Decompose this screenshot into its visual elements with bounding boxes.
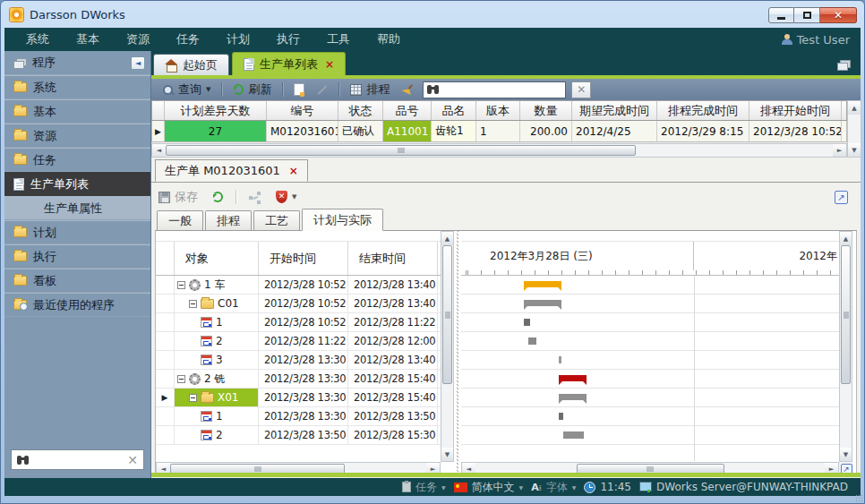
- query-button[interactable]: 查询 ▼: [158, 80, 214, 99]
- menu-item-1[interactable]: 系统: [26, 31, 49, 47]
- user-indicator[interactable]: Test User: [782, 28, 850, 51]
- scroll-down-button[interactable]: ▼: [840, 448, 852, 461]
- gantt-bar[interactable]: [524, 281, 561, 287]
- minimize-button[interactable]: [768, 7, 794, 23]
- grid-header-cell[interactable]: 排程完成时间: [657, 101, 749, 120]
- menu-item-8[interactable]: 帮助: [377, 31, 400, 47]
- tree-header-cell[interactable]: 开始时间: [259, 242, 348, 275]
- scroll-down-button[interactable]: ▼: [848, 143, 861, 157]
- gantt-bar[interactable]: [524, 300, 561, 306]
- grid-header-cell[interactable]: 状态: [338, 101, 383, 120]
- grid-header-cell[interactable]: 期望完成时间: [572, 101, 657, 120]
- tab-2[interactable]: 生产单列表×: [232, 52, 346, 75]
- status-language-menu[interactable]: 简体中文 ▼: [454, 480, 524, 495]
- sidebar-search-input[interactable]: [30, 454, 127, 466]
- close-button[interactable]: ✕: [820, 7, 857, 23]
- sidebar-item-3[interactable]: 资源: [4, 124, 150, 148]
- tree-row-4[interactable]: 22012/3/28 11:222012/3/28 12:00: [156, 332, 441, 351]
- close-icon[interactable]: ×: [289, 165, 298, 177]
- scroll-up-button[interactable]: ▲: [840, 232, 852, 245]
- menu-item-3[interactable]: 资源: [126, 31, 150, 47]
- sidebar-item-7[interactable]: 计划: [4, 220, 150, 244]
- tab-close-icon[interactable]: ×: [325, 58, 334, 71]
- menu-item-4[interactable]: 任务: [176, 31, 200, 47]
- sidebar-item-10[interactable]: 最近使用的程序: [4, 293, 150, 317]
- flow-button[interactable]: [245, 190, 265, 204]
- gantt-bar[interactable]: [559, 375, 587, 381]
- sidebar-item-4[interactable]: 任务: [4, 148, 150, 172]
- menu-item-5[interactable]: 计划: [227, 31, 250, 47]
- sidebar-item-6[interactable]: 生产单属性: [4, 196, 150, 220]
- sidebar-item-9[interactable]: 看板: [4, 269, 150, 293]
- scroll-thumb[interactable]: [841, 245, 851, 384]
- status-font-menu[interactable]: A 字体 ▼: [531, 480, 576, 495]
- cancel-confirm-button[interactable]: ✕ ▼: [272, 189, 300, 205]
- expander-icon[interactable]: [189, 300, 197, 308]
- tree-row-8[interactable]: 12012/3/28 13:302012/3/28 13:50: [156, 407, 441, 426]
- tree-row-2[interactable]: C012012/3/28 10:522012/3/28 13:40: [156, 295, 441, 313]
- clear-schedule-button[interactable]: [398, 82, 417, 98]
- grid-header-cell[interactable]: 品号: [383, 101, 432, 120]
- maximize-button[interactable]: [794, 7, 820, 23]
- sidebar-item-8[interactable]: 执行: [4, 244, 150, 269]
- tree-row-7[interactable]: ▶X012012/3/28 13:302012/3/28 15:40: [156, 389, 441, 407]
- scroll-thumb[interactable]: [166, 145, 636, 156]
- resize-grip[interactable]: [855, 494, 862, 501]
- sub-tab-3[interactable]: 工艺: [253, 210, 300, 230]
- save-button[interactable]: 保存: [155, 187, 201, 207]
- sub-tab-1[interactable]: 一般: [157, 210, 203, 230]
- expander-icon[interactable]: [177, 375, 185, 383]
- scroll-thumb[interactable]: [442, 245, 452, 384]
- grid-header-cell[interactable]: 排程开始时间: [749, 101, 842, 120]
- menu-item-6[interactable]: 执行: [277, 31, 300, 47]
- grid-header-cell[interactable]: 计划差异天数: [165, 101, 267, 120]
- tab-1[interactable]: 起始页: [153, 54, 229, 75]
- gantt-bar[interactable]: [559, 394, 587, 400]
- gantt-bar[interactable]: [559, 413, 563, 420]
- grid-header-cell[interactable]: 版本: [476, 101, 520, 120]
- sidebar-collapse-button[interactable]: ◄: [131, 56, 145, 70]
- grid-header-cell[interactable]: 品名: [432, 101, 476, 120]
- tree-header-cell[interactable]: 结束时间: [348, 242, 438, 275]
- refresh-document-button[interactable]: [209, 190, 227, 204]
- sidebar-item-1[interactable]: 系统: [4, 75, 150, 99]
- expander-icon[interactable]: [189, 394, 197, 402]
- tree-row-6[interactable]: 2 铣2012/3/28 13:302012/3/28 15:40: [156, 370, 441, 389]
- sub-tab-2[interactable]: 排程: [205, 210, 252, 230]
- scroll-up-button[interactable]: ▲: [848, 101, 861, 115]
- scroll-up-button[interactable]: ▲: [441, 232, 453, 245]
- gantt-bar[interactable]: [528, 337, 536, 345]
- toolbar-search-input[interactable]: [444, 83, 561, 96]
- gantt-bar[interactable]: [559, 356, 561, 363]
- window-list-button[interactable]: [837, 56, 850, 73]
- toolbar-search-clear-button[interactable]: ✕: [571, 81, 591, 98]
- scroll-right-button[interactable]: ►: [833, 144, 846, 157]
- pane-splitter[interactable]: [454, 231, 461, 476]
- sidebar-item-5[interactable]: 生产单列表: [4, 172, 150, 196]
- sidebar-item-2[interactable]: 基本: [4, 99, 150, 124]
- status-task-menu[interactable]: 任务 ▼: [402, 480, 446, 495]
- gantt-bar[interactable]: [524, 319, 530, 326]
- scroll-down-button[interactable]: ▼: [441, 448, 453, 461]
- tree-row-3[interactable]: 12012/3/28 10:522012/3/28 11:22: [156, 313, 441, 332]
- grid-header-cell[interactable]: [152, 101, 165, 120]
- tree-row-9[interactable]: 22012/3/28 13:502012/3/28 15:30: [156, 426, 441, 445]
- popout-button[interactable]: ↗: [835, 187, 848, 204]
- grid-header-cell[interactable]: 数量: [520, 101, 572, 120]
- new-button[interactable]: [290, 81, 308, 98]
- document-tab[interactable]: 生产单 M012031601 ×: [155, 159, 308, 182]
- tree-row-1[interactable]: 1 车2012/3/28 10:522012/3/28 13:40: [156, 276, 441, 295]
- edit-button[interactable]: [313, 82, 331, 98]
- menu-item-7[interactable]: 工具: [327, 31, 350, 47]
- tree-row-5[interactable]: 32012/3/28 13:302012/3/28 13:40: [156, 351, 441, 370]
- sub-tab-4[interactable]: 计划与实际: [302, 209, 383, 231]
- grid-header-cell[interactable]: 编号: [267, 101, 338, 120]
- expander-icon[interactable]: [177, 281, 185, 289]
- menu-item-2[interactable]: 基本: [76, 31, 99, 47]
- grid-data-row[interactable]: ▶27M012031601已确认A11001齿轮11200.002012/4/2…: [151, 121, 847, 142]
- scroll-left-button[interactable]: ◄: [152, 144, 166, 157]
- schedule-button[interactable]: 排程: [347, 80, 393, 99]
- gantt-bar[interactable]: [563, 431, 584, 439]
- tree-header-cell[interactable]: 对象: [175, 242, 259, 275]
- sidebar-search-clear-icon[interactable]: ✕: [127, 454, 138, 466]
